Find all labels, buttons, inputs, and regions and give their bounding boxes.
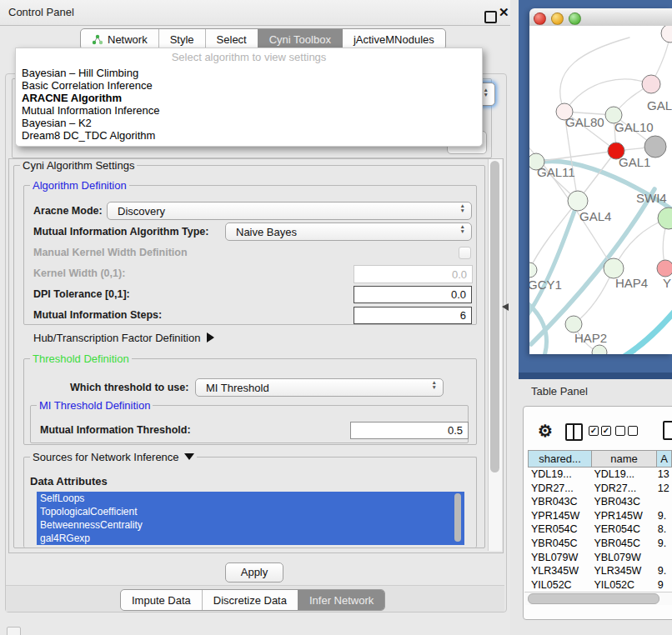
bottom-tab-discretize-data[interactable]: Discretize Data	[202, 590, 298, 610]
table-row[interactable]: YDR27...YDR27...12	[528, 482, 672, 497]
column-header-name[interactable]: name	[592, 450, 657, 468]
columns-icon[interactable]	[565, 423, 583, 441]
dropdown-item[interactable]: Bayesian – Hill Climbing	[22, 67, 138, 79]
close-icon[interactable]: ✕	[499, 5, 509, 20]
data-attributes-list: SelfLoopsTopologicalCoefficientBetweenne…	[37, 492, 464, 545]
mi-type-value: Naive Bayes	[236, 226, 297, 238]
table-cell: YDL19...	[528, 468, 592, 482]
table-row[interactable]: YDL19...YDL19...13	[528, 468, 672, 482]
float-window-icon[interactable]	[484, 11, 497, 23]
tab-jactivemnodules[interactable]: jActiveMNodules	[342, 29, 445, 49]
apply-button[interactable]: Apply	[225, 562, 283, 582]
table-row[interactable]: YER054CYER054C8.	[528, 523, 672, 538]
column-header-shared...[interactable]: shared...	[528, 450, 592, 468]
kernel-width-label: Kernel Width (0,1):	[33, 268, 125, 279]
dropdown-item[interactable]: Bayesian – K2	[22, 117, 92, 129]
sources-title-text: Sources for Network Inference	[33, 451, 179, 463]
bottom-tab-infer-network[interactable]: Infer Network	[298, 590, 384, 610]
mi-type-combo[interactable]: Naive Bayes ▲▼	[225, 222, 472, 241]
sources-title[interactable]: Sources for Network Inference	[30, 451, 197, 463]
attribute-item[interactable]: SelfLoops	[37, 492, 464, 505]
dpi-tolerance-input[interactable]: 0.0	[354, 286, 472, 303]
hub-section-toggle[interactable]: Hub/Transcription Factor Definition	[33, 332, 214, 344]
table-cell: YPR145W	[592, 510, 655, 524]
checked-columns-icon[interactable]: ✓	[601, 426, 611, 436]
network-edge	[536, 151, 616, 162]
attribute-item[interactable]: TopologicalCoefficient	[37, 505, 464, 518]
table-row[interactable]: YIL052CYIL052C9	[528, 579, 672, 593]
control-panel-titlebar	[0, 0, 510, 26]
table-row[interactable]: YLR345WYLR345W9.	[528, 565, 672, 579]
node-swi4[interactable]	[658, 208, 672, 229]
node-gal11-label: GAL11	[537, 165, 575, 179]
node-gal4-label: GAL4	[579, 209, 611, 223]
table-cell: YIL052C	[528, 579, 592, 593]
manual-kernel-label: Manual Kernel Width Definition	[33, 247, 188, 258]
table-body: YDL19...YDL19...13YDR27...YDR27...12YBR0…	[528, 468, 672, 592]
dropdown-item[interactable]: Dream8 DC_TDC Algorithm	[22, 129, 155, 142]
attribute-item[interactable]: gal4RGexp	[37, 532, 464, 545]
mac-close-button[interactable]	[534, 12, 546, 25]
node-y-label: Y	[663, 276, 671, 290]
node-gal4[interactable]	[568, 191, 588, 211]
table-row[interactable]: YPR145WYPR145W9.	[528, 510, 672, 524]
cyni-algorithm-settings-title: Cyni Algorithm Settings	[20, 159, 137, 172]
table-cell: 9.	[656, 538, 672, 552]
node-top[interactable]	[661, 26, 672, 42]
mi-steps-input[interactable]: 6	[354, 307, 472, 324]
checked-columns-icon[interactable]: ✓	[589, 426, 599, 436]
table-row[interactable]: YBR043CYBR043C	[528, 496, 672, 510]
unchecked-columns-icon[interactable]	[615, 426, 625, 436]
document-icon[interactable]	[663, 421, 672, 440]
gear-icon[interactable]: ⚙	[538, 421, 553, 441]
table-row[interactable]: YBR045CYBR045C9.	[528, 538, 672, 552]
which-threshold-value: MI Threshold	[206, 382, 269, 394]
table-cell	[656, 552, 672, 566]
kernel-width-input[interactable]: 0.0	[354, 265, 473, 283]
dropdown-placeholder: Select algorithm to view settings	[16, 51, 482, 63]
node-hap2[interactable]	[565, 316, 582, 332]
table-cell: 9.	[656, 510, 672, 524]
mouse-cursor	[502, 303, 509, 311]
node-bot[interactable]	[592, 345, 607, 354]
table-panel-title: Table Panel	[531, 379, 588, 404]
table-cell: YDR27...	[528, 482, 592, 497]
mi-threshold-input[interactable]: 0.5	[350, 422, 469, 439]
node-hap4-label: HAP4	[615, 276, 648, 290]
unchecked-columns-icon[interactable]	[628, 426, 638, 436]
table-cell: YIL052C	[592, 579, 655, 593]
dropdown-item[interactable]: ARACNE Algorithm	[22, 92, 122, 104]
minimized-panel-icon[interactable]	[7, 627, 21, 635]
column-header-A[interactable]: A	[657, 450, 672, 468]
aracne-mode-combo[interactable]: Discovery ▲▼	[107, 202, 472, 220]
table-cell: YBR043C	[592, 496, 655, 510]
tab-network[interactable]: Network	[81, 29, 158, 49]
node-gray[interactable]	[644, 136, 666, 158]
node-gcy1[interactable]	[529, 262, 537, 278]
dropdown-item[interactable]: Basic Correlation Inference	[22, 79, 153, 92]
mac-zoom-button[interactable]	[569, 12, 581, 25]
node-y[interactable]	[657, 260, 672, 277]
manual-kernel-checkbox[interactable]	[459, 247, 471, 259]
mac-minimize-button[interactable]	[551, 12, 564, 25]
table-cell: 12	[656, 482, 672, 497]
bottom-tab-impute-data[interactable]: Impute Data	[121, 590, 202, 610]
tab-select[interactable]: Select	[205, 29, 258, 49]
node-gcy1-label: GCY1	[529, 278, 562, 292]
network-edge	[564, 79, 651, 112]
node-gal1-label: GAL1	[619, 155, 650, 169]
tab-style[interactable]: Style	[158, 29, 205, 49]
attribute-item[interactable]: BetweennessCentrality	[37, 518, 464, 532]
node-gal[interactable]	[642, 75, 660, 93]
dropdown-item[interactable]: Mutual Information Inference	[22, 104, 159, 117]
horizontal-scrollbar-thumb[interactable]	[528, 593, 659, 604]
tab-cyni-toolbox[interactable]: Cyni Toolbox	[258, 29, 342, 49]
network-view-frame-edge	[519, 372, 672, 379]
expanded-arrow-icon	[184, 453, 194, 460]
vertical-scrollbar-thumb[interactable]	[490, 161, 499, 472]
table-cell: 9.	[656, 565, 672, 579]
network-canvas[interactable]: GALGAL80GAL10GAL1GAL11SWI4GAL4GCY1HAP4YH…	[529, 26, 672, 354]
which-threshold-combo[interactable]: MI Threshold ▲▼	[195, 378, 444, 397]
attributes-scrollbar-thumb[interactable]	[454, 493, 461, 542]
table-row[interactable]: YBL079WYBL079W	[528, 552, 672, 566]
